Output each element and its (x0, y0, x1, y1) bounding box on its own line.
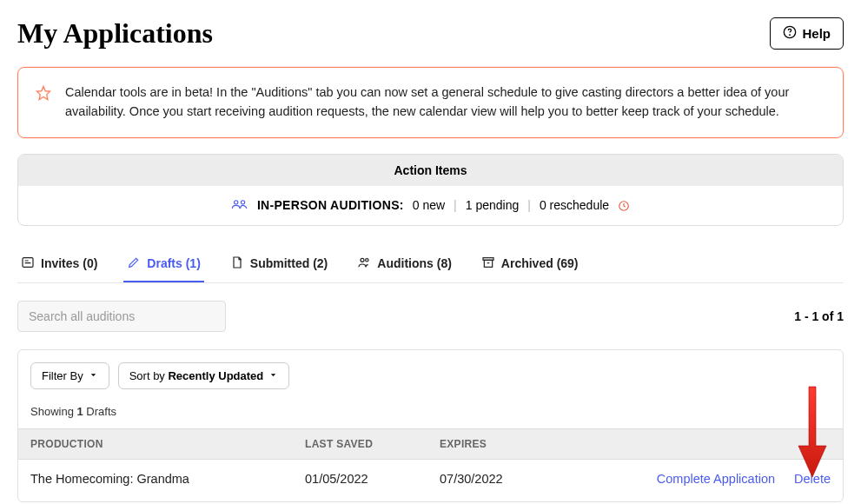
action-new-count: 0 new (413, 198, 445, 212)
people-icon (357, 255, 371, 272)
tab-label: Auditions (8) (377, 256, 452, 270)
svg-point-3 (234, 200, 237, 203)
document-icon (230, 255, 244, 272)
pagination-text: 1 - 1 of 1 (794, 309, 844, 323)
tab-invites[interactable]: Invites (0) (17, 247, 101, 282)
beta-banner: Calendar tools are in beta! In the "Audi… (17, 67, 844, 138)
help-label: Help (802, 26, 831, 41)
tab-submitted[interactable]: Submitted (2) (227, 247, 331, 282)
page-title: My Applications (17, 17, 213, 50)
tab-label: Archived (69) (501, 256, 579, 270)
action-pending-count: 1 pending (466, 198, 520, 212)
complete-application-link[interactable]: Complete Application (657, 472, 775, 486)
archive-icon (481, 255, 495, 272)
chevron-down-icon (268, 369, 278, 382)
chevron-down-icon (89, 369, 98, 382)
svg-point-1 (790, 35, 791, 36)
cell-production: The Homecoming: Grandma (18, 472, 305, 486)
help-icon (783, 25, 797, 42)
col-header-last-saved: LAST SAVED (305, 438, 440, 450)
svg-point-8 (366, 258, 368, 261)
svg-point-4 (241, 200, 244, 203)
action-items-header: Action Items (18, 155, 843, 186)
invite-icon (21, 255, 35, 272)
col-header-production: PRODUCTION (18, 438, 305, 450)
filter-label: Filter By (42, 369, 83, 382)
tab-drafts[interactable]: Drafts (1) (123, 247, 203, 282)
star-icon (36, 85, 51, 122)
delete-link[interactable]: Delete (794, 472, 831, 486)
people-icon (231, 198, 248, 213)
table-row: The Homecoming: Grandma 01/05/2022 07/30… (18, 460, 843, 489)
cell-expires: 07/30/2022 (440, 472, 574, 486)
tab-label: Submitted (2) (250, 256, 328, 270)
svg-rect-10 (484, 260, 492, 267)
sort-label: Sort by Recently Updated (129, 369, 264, 382)
tab-label: Drafts (1) (147, 256, 200, 270)
tabs: Invites (0) Drafts (1) Submitted (2) Aud… (17, 247, 844, 283)
drafts-panel: Filter By Sort by Recently Updated Showi… (17, 349, 844, 502)
filter-by-button[interactable]: Filter By (30, 362, 109, 389)
cell-last-saved: 01/05/2022 (305, 472, 440, 486)
tab-archived[interactable]: Archived (69) (478, 247, 582, 282)
sort-by-button[interactable]: Sort by Recently Updated (118, 362, 290, 389)
search-input[interactable] (17, 301, 226, 332)
beta-banner-text: Calendar tools are in beta! In the "Audi… (65, 83, 825, 122)
action-items-label: IN-PERSON AUDITIONS: (257, 198, 404, 212)
divider: | (454, 198, 457, 212)
svg-point-7 (361, 258, 364, 262)
help-button[interactable]: Help (770, 17, 844, 50)
divider: | (527, 198, 531, 212)
action-items-panel: Action Items IN-PERSON AUDITIONS: 0 new … (17, 154, 844, 226)
clock-icon (618, 198, 630, 212)
col-header-expires: EXPIRES (440, 438, 574, 450)
action-reschedule-count: 0 reschedule (540, 198, 609, 212)
pencil-icon (127, 255, 141, 272)
tab-auditions[interactable]: Auditions (8) (354, 247, 455, 282)
showing-text: Showing 1 Drafts (30, 405, 831, 418)
svg-marker-2 (37, 87, 50, 100)
tab-label: Invites (0) (41, 256, 97, 270)
svg-rect-6 (23, 257, 33, 267)
table-header: PRODUCTION LAST SAVED EXPIRES (18, 428, 843, 460)
